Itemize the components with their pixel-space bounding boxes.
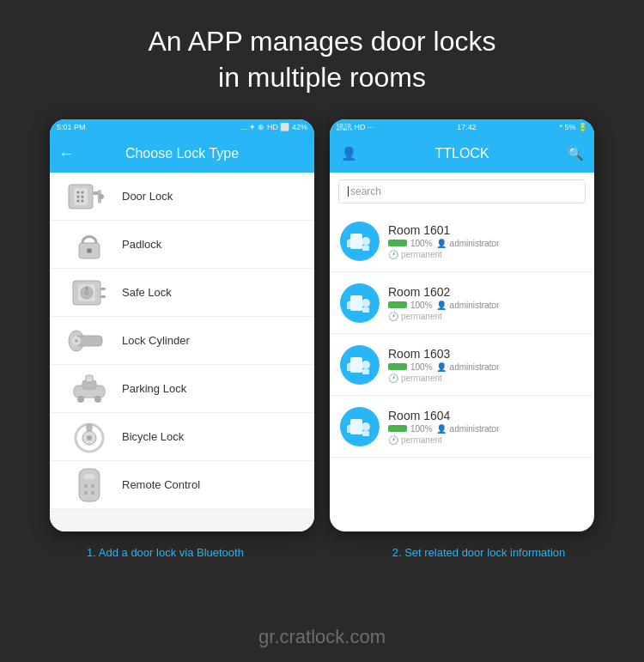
user-icon: 👤 xyxy=(436,362,447,372)
svg-point-4 xyxy=(77,195,80,197)
list-item[interactable]: Lock Cylinder xyxy=(50,317,314,365)
list-item[interactable]: Bicycle Lock xyxy=(50,413,314,461)
room-info: Room 1602 100% 👤 administrator 🕐 permane… xyxy=(388,285,584,321)
battery-indicator xyxy=(388,425,407,432)
lock-cylinder-icon xyxy=(64,329,115,353)
back-arrow-icon[interactable]: ← xyxy=(58,145,74,163)
svg-rect-32 xyxy=(87,424,92,431)
room-info: Room 1601 100% 👤 administrator 🕐 permane… xyxy=(388,223,584,259)
door-lock-label: Door Lock xyxy=(122,190,173,203)
room-access: 🕐 permanent xyxy=(388,435,584,445)
room-list: Room 1601 100% 👤 administrator 🕐 permane… xyxy=(330,210,594,458)
search-icon[interactable]: 🔍 xyxy=(567,146,584,161)
svg-rect-45 xyxy=(350,357,362,373)
room-avatar xyxy=(340,407,380,446)
svg-point-2 xyxy=(77,191,80,193)
svg-rect-47 xyxy=(362,369,369,374)
svg-point-7 xyxy=(82,199,84,202)
svg-rect-34 xyxy=(84,474,94,479)
svg-point-12 xyxy=(87,248,92,253)
room-name: Room 1604 xyxy=(388,409,584,422)
svg-rect-19 xyxy=(100,295,106,298)
left-phone-header: ← Choose Lock Type xyxy=(50,135,314,173)
battery-indicator xyxy=(388,240,407,246)
safe-lock-icon xyxy=(64,277,115,308)
right-phone-header: 👤 TTLOCK 🔍 xyxy=(330,135,594,173)
svg-point-46 xyxy=(361,361,370,369)
svg-point-23 xyxy=(75,339,78,343)
padlock-icon xyxy=(64,228,115,262)
svg-rect-42 xyxy=(350,295,362,311)
door-lock-icon xyxy=(64,181,115,212)
right-header-title: TTLOCK xyxy=(434,146,489,161)
svg-point-43 xyxy=(361,299,370,307)
svg-point-27 xyxy=(77,396,84,403)
user-icon: 👤 xyxy=(436,424,447,434)
svg-point-28 xyxy=(94,396,101,403)
user-icon: 👤 xyxy=(436,239,447,248)
svg-point-37 xyxy=(84,491,88,495)
right-status-right: * 5% 🔋 xyxy=(559,123,587,131)
list-item[interactable]: Room 1603 100% 👤 administrator 🕐 permane… xyxy=(330,334,594,396)
battery-indicator xyxy=(388,301,407,308)
list-item[interactable]: Safe Lock xyxy=(50,269,314,317)
left-status-time: 5:01 PM xyxy=(57,123,86,131)
right-phone: 訊訊 HD ··· 17:42 * 5% 🔋 👤 TTLOCK 🔍 search xyxy=(330,119,594,531)
room-access: 🕐 permanent xyxy=(388,250,584,259)
user-text: administrator xyxy=(450,239,500,248)
svg-rect-50 xyxy=(362,431,369,436)
room-name: Room 1602 xyxy=(388,285,584,299)
room-name: Room 1601 xyxy=(388,223,584,237)
right-status-bar: 訊訊 HD ··· 17:42 * 5% 🔋 xyxy=(330,119,594,135)
svg-rect-33 xyxy=(79,469,100,501)
clock-icon: 🕐 xyxy=(388,250,398,259)
svg-point-40 xyxy=(361,237,370,246)
left-phone: 5:01 PM ... ✦ ⊕ HD ⬜ 42% ← Choose Lock T… xyxy=(50,119,314,531)
svg-point-31 xyxy=(87,435,92,440)
svg-point-3 xyxy=(82,191,84,193)
svg-rect-39 xyxy=(350,234,362,249)
bottom-text-area: 1. Add a door lock via Bluetooth 2. Set … xyxy=(0,531,644,561)
bottom-right-text: 2. Set related door lock information xyxy=(348,545,610,561)
profile-icon[interactable]: 👤 xyxy=(340,146,357,161)
remote-control-label: Remote Control xyxy=(122,478,200,491)
svg-point-49 xyxy=(361,422,370,431)
room-access: 🕐 permanent xyxy=(388,312,584,321)
text-cursor xyxy=(348,186,349,197)
battery-text: 100% xyxy=(410,239,433,248)
list-item[interactable]: Padlock xyxy=(50,221,314,269)
list-item[interactable]: Parking Lock xyxy=(50,365,314,413)
battery-text: 100% xyxy=(410,424,433,434)
svg-point-38 xyxy=(91,491,94,495)
svg-rect-44 xyxy=(362,307,369,313)
battery-indicator xyxy=(388,363,407,370)
list-item[interactable]: Room 1602 100% 👤 administrator 🕐 permane… xyxy=(330,272,594,334)
list-item[interactable]: Room 1601 100% 👤 administrator 🕐 permane… xyxy=(330,210,594,272)
page-title: An APP manages door locks in multiple ro… xyxy=(0,0,644,112)
room-meta: 100% 👤 administrator xyxy=(388,424,584,434)
list-item[interactable]: Remote Control xyxy=(50,461,314,509)
list-item[interactable]: Room 1604 100% 👤 administrator 🕐 permane… xyxy=(330,396,594,458)
user-text: administrator xyxy=(450,362,500,372)
battery-text: 100% xyxy=(410,301,433,310)
svg-rect-48 xyxy=(350,419,362,434)
battery-text: 100% xyxy=(410,362,433,372)
user-text: administrator xyxy=(450,424,500,434)
room-meta: 100% 👤 administrator xyxy=(388,362,584,372)
user-text: administrator xyxy=(450,301,500,310)
svg-rect-41 xyxy=(362,246,369,251)
svg-point-5 xyxy=(82,195,84,197)
lock-cylinder-label: Lock Cylinder xyxy=(122,334,190,347)
room-meta: 100% 👤 administrator xyxy=(388,239,584,248)
room-info: Room 1603 100% 👤 administrator 🕐 permane… xyxy=(388,347,584,383)
list-item[interactable]: Door Lock xyxy=(50,173,314,221)
remote-control-icon xyxy=(64,467,115,503)
left-status-icons: ... ✦ ⊕ HD ⬜ 42% xyxy=(240,123,307,131)
room-info: Room 1604 100% 👤 administrator 🕐 permane… xyxy=(388,409,584,445)
clock-icon: 🕐 xyxy=(388,435,398,445)
left-status-bar: 5:01 PM ... ✦ ⊕ HD ⬜ 42% xyxy=(50,119,314,135)
svg-rect-1 xyxy=(74,188,88,205)
right-status-left: 訊訊 HD ··· xyxy=(337,122,374,133)
search-bar[interactable]: search xyxy=(338,179,586,203)
right-status-time: 17:42 xyxy=(457,123,477,131)
